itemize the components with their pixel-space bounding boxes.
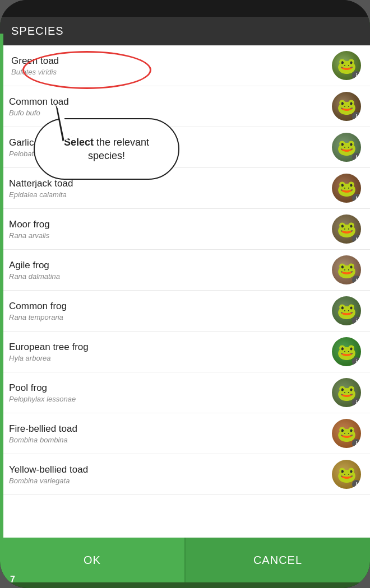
species-name: Yellow-bellied toad: [9, 464, 326, 476]
species-name: Common frog: [9, 300, 326, 312]
dialog-title: SPECIES: [11, 25, 64, 37]
species-name: Natterjack toad: [9, 178, 326, 190]
species-latin: Rana temporaria: [9, 313, 326, 321]
species-item-text: Natterjack toadEpidalea calamita: [9, 178, 326, 199]
status-bar: [0, 0, 370, 17]
species-latin: Pelophylax lessonae: [9, 395, 326, 403]
info-badge[interactable]: i: [352, 316, 361, 325]
info-badge[interactable]: i: [352, 480, 361, 489]
bubble-rest-text: the relevant species!: [88, 137, 149, 161]
species-thumbnail: 🐸i: [332, 92, 361, 121]
list-item[interactable]: Agile frogRana dalmatina🐸i: [0, 250, 370, 291]
left-bar: [0, 34, 3, 543]
species-item-text: Moor frogRana arvalis: [9, 218, 326, 240]
species-thumbnail: 🐸i: [332, 419, 361, 448]
info-badge[interactable]: i: [352, 439, 361, 448]
list-item[interactable]: Yellow-bellied toadBombina variegata🐸i: [0, 454, 370, 495]
species-latin: Epidalea calamita: [9, 190, 326, 199]
dialog-container: SPECIES Select the relevant species! Gre…: [0, 17, 370, 588]
info-badge[interactable]: i: [352, 357, 361, 366]
species-item-text: Agile frogRana dalmatina: [9, 259, 326, 281]
species-latin: Rana dalmatina: [9, 272, 326, 281]
info-badge[interactable]: i: [352, 153, 361, 162]
species-thumbnail: 🐸i: [332, 296, 361, 325]
species-thumbnail: 🐸i: [332, 51, 361, 80]
list-item[interactable]: Green toadBufotes viridis🐸i: [0, 45, 370, 86]
species-item-text: Yellow-bellied toadBombina variegata: [9, 464, 326, 485]
species-name: Agile frog: [9, 259, 326, 272]
species-item-text: European tree frogHyla arborea: [9, 341, 326, 362]
species-name: Fire-bellied toad: [9, 423, 326, 435]
info-badge[interactable]: i: [352, 194, 361, 203]
list-item[interactable]: Common frogRana temporaria🐸i: [0, 291, 370, 332]
species-thumbnail: 🐸i: [332, 255, 361, 284]
species-item-text: Fire-bellied toadBombina bombina: [9, 423, 326, 444]
info-badge[interactable]: i: [352, 398, 361, 407]
list-item[interactable]: Fire-bellied toadBombina bombina🐸i: [0, 413, 370, 454]
info-badge[interactable]: i: [352, 71, 361, 80]
bubble-bold-text: Select: [64, 137, 94, 148]
dialog-header: SPECIES: [0, 17, 370, 45]
species-latin: Rana arvalis: [9, 231, 326, 240]
dialog-body: Select the relevant species! Green toadB…: [0, 45, 370, 538]
species-thumbnail: 🐸i: [332, 133, 361, 162]
annotation-bubble: Select the relevant species!: [34, 118, 179, 180]
species-latin: Bombina bombina: [9, 436, 326, 444]
species-name: European tree frog: [9, 341, 326, 353]
phone-frame: SPECIES Select the relevant species! Gre…: [0, 0, 370, 588]
cancel-button[interactable]: CANCEL: [186, 538, 370, 582]
ok-button[interactable]: OK: [0, 538, 186, 582]
page-number: 7: [10, 575, 15, 585]
info-badge[interactable]: i: [352, 112, 361, 121]
species-name: Moor frog: [9, 218, 326, 231]
species-thumbnail: 🐸i: [332, 378, 361, 407]
species-thumbnail: 🐸i: [332, 174, 361, 203]
species-thumbnail: 🐸i: [332, 460, 361, 489]
species-thumbnail: 🐸i: [332, 337, 361, 366]
species-thumbnail: 🐸i: [332, 214, 361, 244]
list-item[interactable]: Pool frogPelophylax lessonae🐸i: [0, 372, 370, 413]
info-badge[interactable]: i: [352, 235, 361, 244]
species-item-text: Green toadBufotes viridis: [11, 55, 326, 76]
species-name: Green toad: [11, 55, 326, 67]
species-item-text: Pool frogPelophylax lessonae: [9, 382, 326, 403]
info-badge[interactable]: i: [352, 276, 361, 284]
species-latin: Bombina variegata: [9, 477, 326, 485]
list-item[interactable]: European tree frogHyla arborea🐸i: [0, 332, 370, 372]
dialog-footer: OK CANCEL: [0, 538, 370, 582]
species-latin: Bufotes viridis: [11, 68, 326, 76]
species-name: Pool frog: [9, 382, 326, 394]
list-item[interactable]: Moor frogRana arvalis🐸i: [0, 209, 370, 250]
species-item-text: Common frogRana temporaria: [9, 300, 326, 321]
species-latin: Hyla arborea: [9, 354, 326, 362]
